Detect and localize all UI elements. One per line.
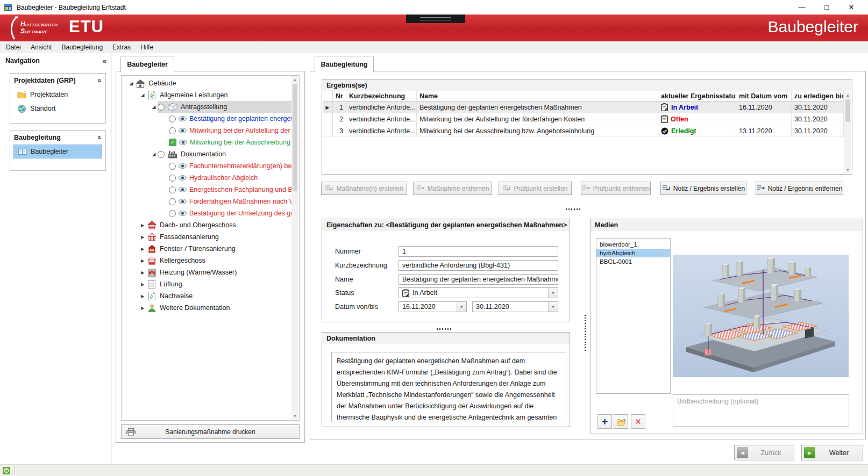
tree-item[interactable]: ▶Lüftung bbox=[122, 278, 291, 290]
tree-item-body[interactable]: ✓Mitwirkung bei der Ausschreibung bz bbox=[169, 136, 291, 148]
close-icon[interactable]: ✕ bbox=[839, 0, 864, 15]
delete-media-button[interactable]: ✕ bbox=[631, 414, 645, 429]
radio-icon[interactable] bbox=[158, 151, 165, 158]
eye-icon[interactable] bbox=[179, 175, 187, 181]
column-header[interactable]: Kurzbezeichnung bbox=[346, 91, 417, 102]
table-scrollbar[interactable]: ▲ ▼ bbox=[844, 92, 851, 174]
radio-icon[interactable] bbox=[169, 127, 176, 134]
media-list-item[interactable]: hydrAbgleich bbox=[596, 249, 670, 257]
table-row[interactable]: ▶1verbindliche Anforde...Bestätigung der… bbox=[323, 102, 844, 113]
tree-item[interactable]: Mitwirkung bei der Aufstellung der fö bbox=[122, 125, 291, 136]
tree-item[interactable]: Energetischen Fachplanung und Baub bbox=[122, 184, 291, 196]
add-media-button[interactable]: + bbox=[597, 414, 612, 429]
action-button-3[interactable]: Prüfpunkt erstellen bbox=[499, 182, 572, 195]
action-button-4[interactable]: Prüfpunkt entfernen bbox=[581, 182, 651, 195]
expander-expanded-icon[interactable]: ◢ bbox=[127, 81, 135, 86]
tree-item-body[interactable]: Allgemeine Leistungen bbox=[146, 89, 291, 101]
action-button-1[interactable]: Maßnahme(n) erstellen bbox=[321, 182, 407, 195]
nav-group-header[interactable]: Projektdaten (GRP)« bbox=[10, 74, 105, 88]
menu-item-hilfe[interactable]: Hilfe bbox=[136, 41, 158, 53]
tree-item[interactable]: ✓Mitwirkung bei der Ausschreibung bz bbox=[122, 136, 291, 148]
tree-item-body[interactable]: Energetischen Fachplanung und Baub bbox=[169, 184, 291, 196]
radio-icon[interactable] bbox=[169, 163, 176, 170]
eye-icon[interactable] bbox=[179, 140, 187, 145]
tree-item-body[interactable]: Fachunternehmererklärung(en) beteil bbox=[169, 160, 291, 172]
tree-item-body[interactable]: Heizung (Wärme/Wasser) bbox=[146, 266, 291, 278]
menu-item-extras[interactable]: Extras bbox=[108, 41, 136, 53]
tree-item-body[interactable]: Kellergeschoss bbox=[146, 255, 291, 266]
tree-item-body[interactable]: Mitwirkung bei der Aufstellung der fö bbox=[169, 125, 291, 136]
tree-item[interactable]: Fachunternehmererklärung(en) beteil bbox=[122, 160, 291, 172]
tree-item-body[interactable]: Lüftung bbox=[146, 278, 291, 290]
chevron-up-icon[interactable]: « bbox=[96, 136, 104, 140]
tree-item[interactable]: ▶Nachweise bbox=[122, 290, 291, 302]
maximize-icon[interactable]: □ bbox=[814, 0, 839, 15]
next-button[interactable]: ▶ Weiter bbox=[801, 445, 863, 460]
radio-icon[interactable] bbox=[169, 175, 176, 182]
datum-bis-select[interactable]: 30.11.2020 ▼ bbox=[472, 301, 558, 312]
chevron-down-icon[interactable]: ▼ bbox=[548, 288, 558, 298]
eye-icon[interactable] bbox=[179, 128, 187, 133]
expander-collapsed-icon[interactable]: ▶ bbox=[139, 270, 146, 275]
tree-item-body[interactable]: Fenster-/ Türensanierung bbox=[146, 243, 291, 255]
expander-collapsed-icon[interactable]: ▶ bbox=[139, 282, 146, 287]
checkbox-checked-icon[interactable]: ✓ bbox=[169, 139, 176, 146]
tab-baubegleitung[interactable]: Baubegleitung bbox=[315, 56, 374, 72]
column-header[interactable]: Nr bbox=[333, 91, 346, 102]
expander-collapsed-icon[interactable]: ▶ bbox=[139, 294, 146, 299]
expander-expanded-icon[interactable]: ◢ bbox=[150, 104, 158, 110]
kurzbezeichnung-input[interactable]: verbindliche Anforderung (Bbgl-431) bbox=[399, 260, 558, 271]
tree-item-body[interactable]: Gebäude bbox=[135, 77, 291, 89]
table-row[interactable]: 3verbindliche Anforde...Mitwirkung bei d… bbox=[323, 125, 844, 137]
tree-item[interactable]: ◢Antragsstellung bbox=[122, 101, 291, 113]
tree-item-body[interactable]: Bestätigung der Umsetzung des gefö bbox=[169, 207, 291, 219]
radio-icon[interactable] bbox=[169, 198, 176, 205]
eye-icon[interactable] bbox=[179, 199, 187, 204]
column-header[interactable]: aktueller Ergebnisstatus bbox=[658, 91, 736, 102]
column-header[interactable]: Name bbox=[417, 91, 658, 102]
chevron-down-icon[interactable]: ▼ bbox=[548, 302, 558, 312]
print-measure-button[interactable]: Sanierungsmaßnahme drucken bbox=[121, 424, 300, 439]
tree-item[interactable]: ▶Weitere Dokumentation bbox=[122, 302, 291, 314]
expander-collapsed-icon[interactable]: ▶ bbox=[139, 247, 146, 251]
action-button-2[interactable]: Maßnahme entfernen bbox=[413, 182, 492, 195]
tree-item[interactable]: ◢Dokumentation bbox=[122, 148, 291, 160]
tree-item[interactable]: Hydraulischer Abgleich bbox=[122, 172, 291, 184]
scroll-up-icon[interactable]: ▲ bbox=[844, 92, 851, 99]
table-row[interactable]: 2verbindliche Anforde...Mitwirkung bei d… bbox=[323, 113, 844, 125]
nav-group-header[interactable]: Baubegleitung« bbox=[10, 131, 105, 145]
tree-item[interactable]: Bestätigung der geplanten energetisc bbox=[122, 113, 291, 125]
datum-von-select[interactable]: 16.11.2020 ▼ bbox=[399, 301, 467, 312]
action-button-5[interactable]: Notiz / Ergebnis erstellen bbox=[660, 182, 746, 195]
tree-item[interactable]: Bestätigung der Umsetzung des gefö bbox=[122, 207, 291, 219]
horizontal-splitter-handle[interactable] bbox=[566, 208, 581, 210]
minimize-icon[interactable]: — bbox=[789, 0, 814, 15]
tree-item[interactable]: ▶Heizung (Wärme/Wasser) bbox=[122, 266, 291, 278]
open-folder-button[interactable] bbox=[614, 414, 628, 429]
chevron-up-icon[interactable]: « bbox=[96, 79, 104, 83]
scroll-down-icon[interactable]: ▼ bbox=[291, 413, 298, 420]
tree-item-body[interactable]: Nachweise bbox=[146, 290, 291, 302]
scroll-down-icon[interactable]: ▼ bbox=[844, 167, 851, 174]
collapse-sidebar-icon[interactable]: « bbox=[103, 57, 106, 65]
tree-item-body[interactable]: Weitere Dokumentation bbox=[146, 302, 291, 314]
tree-item-body[interactable]: Hydraulischer Abgleich bbox=[169, 172, 291, 184]
chevron-down-icon[interactable]: ▼ bbox=[457, 302, 466, 312]
eye-icon[interactable] bbox=[179, 163, 187, 169]
tree-item-body[interactable]: Dach- und Obergeschoss bbox=[146, 219, 291, 231]
sidebar-item-standort[interactable]: Standort bbox=[13, 102, 102, 116]
back-button[interactable]: ◀ Zurück bbox=[734, 445, 794, 460]
action-button-6[interactable]: Notiz / Ergebnis entfernen bbox=[756, 182, 843, 195]
image-description-input[interactable] bbox=[673, 394, 849, 427]
column-header[interactable]: mit Datum vom bbox=[736, 91, 792, 102]
expander-expanded-icon[interactable]: ◢ bbox=[139, 92, 146, 98]
media-list-item[interactable]: blowerdoor_1, bbox=[596, 240, 670, 249]
tree-item[interactable]: ▶Fassadensanierung bbox=[122, 231, 291, 243]
sidebar-item-baubegleiter[interactable]: Baubegleiter bbox=[13, 145, 102, 158]
media-list-item[interactable]: BBGL-0001 bbox=[596, 257, 670, 266]
vertical-splitter-handle[interactable] bbox=[585, 315, 586, 352]
column-header[interactable]: zu erledigen bis bbox=[792, 91, 844, 102]
tree-item[interactable]: ▶Kellergeschoss bbox=[122, 255, 291, 266]
expander-collapsed-icon[interactable]: ▶ bbox=[139, 258, 146, 263]
tree-scrollbar[interactable]: ▲ ▼ bbox=[291, 76, 298, 420]
